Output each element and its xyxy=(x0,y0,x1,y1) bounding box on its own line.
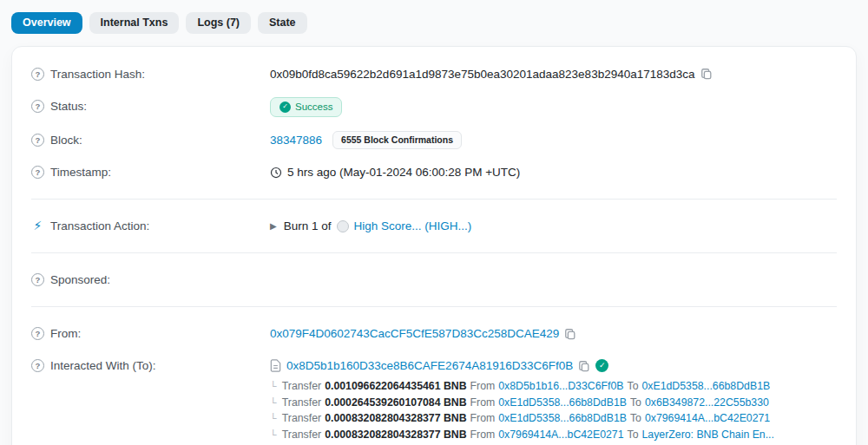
block-label: ? Block: xyxy=(31,131,270,149)
transfer-row: └ Transfer 0.000832082804328377 BNB From… xyxy=(270,410,837,427)
row-label-text: Sponsored: xyxy=(50,271,110,289)
sponsored-label: ? Sponsored: xyxy=(31,271,270,289)
transfer-to-link[interactable]: LayerZero: BNB Chain En... xyxy=(642,427,774,443)
caret-right-icon[interactable]: ▶ xyxy=(270,217,277,235)
token-link[interactable]: High Score... (HIGH...) xyxy=(354,217,472,235)
block-confirmations-badge: 6555 Block Confirmations xyxy=(332,131,462,150)
block-number-link[interactable]: 38347886 xyxy=(270,131,322,149)
status-label: ? Status: xyxy=(31,97,270,115)
transfer-from-label: From xyxy=(470,410,496,427)
help-icon[interactable]: ? xyxy=(31,273,44,286)
transfer-action-label: Transfer xyxy=(282,410,321,427)
help-icon[interactable]: ? xyxy=(31,68,44,81)
timestamp-row: ? Timestamp: 5 hrs ago (May-01-2024 06:0… xyxy=(31,156,837,188)
transaction-overview-card: ? Transaction Hash: 0x09b0fd8ca59622b2d6… xyxy=(11,46,857,445)
from-address-link[interactable]: 0x079F4D0602743CacCF5CfE587D83Cc258DCAE4… xyxy=(270,324,559,343)
transaction-hash-row: ? Transaction Hash: 0x09b0fd8ca59622b2d6… xyxy=(31,58,837,90)
help-icon[interactable]: ? xyxy=(31,134,44,147)
timestamp-label: ? Timestamp: xyxy=(31,163,270,181)
transfer-list: └ Transfer 0.001096622064435461 BNB From… xyxy=(270,378,837,445)
transfer-to-label: To xyxy=(628,427,639,443)
transfer-to-label: To xyxy=(630,410,641,427)
transfer-to-link[interactable]: 0x7969414A...bC42E0271 xyxy=(645,410,770,427)
tab-overview[interactable]: Overview xyxy=(11,12,82,34)
row-label-text: Transaction Hash: xyxy=(50,65,145,83)
transfer-from-label: From xyxy=(470,378,496,395)
row-label-text: Transaction Action: xyxy=(50,217,149,235)
transaction-action-row: ⚡ Transaction Action: ▶ Burn 1 of High S… xyxy=(31,210,837,242)
from-row: ? From: 0x079F4D0602743CacCF5CfE587D83Cc… xyxy=(31,317,837,350)
contract-icon xyxy=(270,359,281,372)
from-label: ? From: xyxy=(31,324,270,343)
sponsored-row: ? Sponsored: xyxy=(31,264,837,296)
verified-check-icon: ✓ xyxy=(595,359,608,372)
copy-icon[interactable] xyxy=(564,328,576,340)
row-label-text: From: xyxy=(50,324,81,343)
transfer-from-link[interactable]: 0xE1dD5358...66b8DdB1B xyxy=(498,395,627,411)
transfer-action-label: Transfer xyxy=(282,378,321,395)
transfer-action-label: Transfer xyxy=(282,427,321,443)
transfer-from-link[interactable]: 0xE1dD5358...66b8DdB1B xyxy=(498,410,627,427)
copy-icon[interactable] xyxy=(700,68,713,80)
transfer-amount: 0.000264539260107084 BNB xyxy=(325,395,466,411)
block-row: ? Block: 38347886 6555 Block Confirmatio… xyxy=(31,124,837,157)
tree-corner-icon: └ xyxy=(270,378,277,395)
tab-logs[interactable]: Logs (7) xyxy=(186,12,251,34)
transfer-amount: 0.000832082804328377 BNB xyxy=(325,410,466,427)
transfer-row: └ Transfer 0.001096622064435461 BNB From… xyxy=(270,378,837,395)
row-label-text: Interacted With (To): xyxy=(50,357,156,375)
help-icon[interactable]: ? xyxy=(31,359,44,372)
interacted-address-link[interactable]: 0x8D5b1b160D33ce8B6CAFE2674A81916D33C6Ff… xyxy=(286,357,573,375)
transfer-row: └ Transfer 0.000832082804328377 BNB From… xyxy=(270,427,837,443)
status-badge-text: Success xyxy=(295,101,332,113)
row-label-text: Block: xyxy=(50,131,82,149)
row-label-text: Status: xyxy=(50,97,87,115)
transaction-hash-label: ? Transaction Hash: xyxy=(31,65,270,83)
section-divider xyxy=(31,252,837,253)
transaction-hash-value: 0x09b0fd8ca59622b2d691a1d9873e75b0ea3020… xyxy=(270,65,695,83)
transfer-to-label: To xyxy=(630,395,641,411)
timestamp-value: 5 hrs ago (May-01-2024 06:00:28 PM +UTC) xyxy=(287,163,520,181)
transfer-to-link[interactable]: 0xE1dD5358...66b8DdB1B xyxy=(642,378,771,395)
transfer-to-link[interactable]: 0x6B349872...22C55b330 xyxy=(645,395,769,411)
row-label-text: Timestamp: xyxy=(50,163,111,181)
transfer-from-link[interactable]: 0x7969414A...bC42E0271 xyxy=(498,427,623,443)
help-icon[interactable]: ? xyxy=(31,327,44,340)
copy-icon[interactable] xyxy=(578,360,590,372)
clock-icon xyxy=(270,167,282,179)
check-circle-icon: ✓ xyxy=(279,101,291,113)
transfer-from-link[interactable]: 0x8D5b1b16...D33C6Ff0B xyxy=(498,378,623,395)
lightning-icon: ⚡ xyxy=(31,217,44,235)
tree-corner-icon: └ xyxy=(270,427,277,443)
transfer-amount: 0.001096622064435461 BNB xyxy=(325,378,466,395)
token-icon xyxy=(337,220,349,232)
transfer-amount: 0.000832082804328377 BNB xyxy=(325,427,466,443)
transaction-action-label: ⚡ Transaction Action: xyxy=(31,217,270,235)
transfer-action-label: Transfer xyxy=(282,395,321,411)
tree-corner-icon: └ xyxy=(270,395,277,411)
interacted-with-label: ? Interacted With (To): xyxy=(31,357,270,375)
status-row: ? Status: ✓ Success xyxy=(31,90,837,124)
transfer-to-label: To xyxy=(628,378,639,395)
transfer-from-label: From xyxy=(470,395,496,411)
status-badge: ✓ Success xyxy=(270,97,342,117)
transfer-from-label: From xyxy=(470,427,496,443)
tab-state[interactable]: State xyxy=(258,12,307,34)
tab-bar: Overview Internal Txns Logs (7) State xyxy=(0,0,868,34)
section-divider xyxy=(31,306,837,307)
help-icon[interactable]: ? xyxy=(31,166,44,179)
action-text: Burn 1 of xyxy=(284,217,332,235)
interacted-with-row: ? Interacted With (To): 0x8D5b1b160D33ce… xyxy=(31,350,837,376)
tab-internal-txns[interactable]: Internal Txns xyxy=(89,12,180,34)
section-divider xyxy=(31,199,837,200)
transfer-row: └ Transfer 0.000264539260107084 BNB From… xyxy=(270,395,837,411)
tree-corner-icon: └ xyxy=(270,410,277,427)
help-icon[interactable]: ? xyxy=(31,100,44,113)
